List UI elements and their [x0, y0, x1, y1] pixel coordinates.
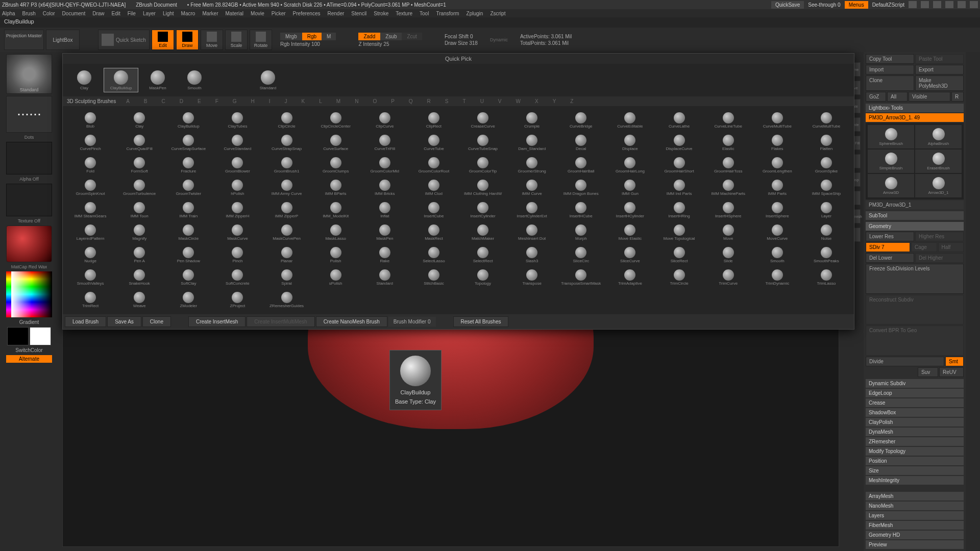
reset-all-brushes-button[interactable]: Reset All Brushes	[453, 316, 509, 327]
tool-SphereBrush[interactable]: SphereBrush	[868, 125, 914, 148]
brush-Slide[interactable]: Slide	[704, 244, 753, 266]
copy-tool-button[interactable]: Copy Tool	[866, 54, 914, 64]
brush-InsertCylnderExt[interactable]: InsertCylnderExt	[507, 199, 556, 221]
freeze-subdiv-button[interactable]: Freeze SubDivision Levels	[866, 264, 964, 294]
brush-CurveTubeSnap[interactable]: CurveTubeSnap	[458, 132, 507, 154]
focal-shift-slider[interactable]: Focal Shift 0	[445, 34, 478, 39]
brush-ClipCurve[interactable]: ClipCurve	[360, 109, 409, 132]
brush-ZModeler[interactable]: ZModeler	[164, 289, 213, 311]
brush-Blob[interactable]: Blob	[66, 109, 115, 132]
brush-Magnify[interactable]: Magnify	[115, 221, 164, 244]
brush-Noise[interactable]: Noise	[802, 221, 851, 244]
menu-brush[interactable]: Brush	[22, 11, 36, 16]
brush-GroomLengthen[interactable]: GroomLengthen	[753, 154, 802, 177]
brush-GroomHairToss[interactable]: GroomHairToss	[704, 154, 753, 177]
brush-hPolish[interactable]: hPolish	[213, 177, 262, 199]
brush-GroomBrush1[interactable]: GroomBrush1	[262, 154, 311, 177]
draw-size-slider[interactable]: Draw Size 318	[445, 40, 478, 46]
menu-render[interactable]: Render	[328, 11, 345, 16]
brush-MeshInsert-Dot[interactable]: MeshInsert Dot	[507, 221, 556, 244]
brush-InsertCylinder[interactable]: InsertCylinder	[458, 199, 507, 221]
brush-MaskCurvePen[interactable]: MaskCurvePen	[262, 221, 311, 244]
clone-button[interactable]: Clone	[866, 76, 914, 91]
panel-nanomesh[interactable]: NanoMesh	[866, 502, 964, 510]
tool-EraserBrush[interactable]: EraserBrush	[915, 149, 962, 173]
swatch-white[interactable]	[30, 327, 51, 345]
del-lower-button[interactable]: Del Lower	[866, 253, 914, 263]
brush-IMM-SteamGears[interactable]: IMM SteamGears	[66, 199, 115, 221]
brush-ZRemesherGuides[interactable]: ZRemesherGuides	[262, 289, 311, 311]
tool-Arrow3D[interactable]: Arrow3D	[868, 174, 914, 197]
alpha-tab-W[interactable]: W	[516, 98, 521, 104]
menu-layer[interactable]: Layer	[143, 11, 156, 16]
brush-SnakeHook[interactable]: SnakeHook	[115, 266, 164, 289]
geo-zremesher[interactable]: ZRemesher	[866, 437, 964, 446]
menu-texture[interactable]: Texture	[396, 11, 412, 16]
half-button[interactable]: Half	[938, 242, 964, 252]
alpha-tab-M[interactable]: M	[336, 98, 340, 104]
divide-button[interactable]: Divide	[866, 357, 944, 366]
load-brush-button[interactable]: Load Brush	[65, 316, 106, 327]
brush-Move[interactable]: Move	[704, 221, 753, 244]
brush-Slash3[interactable]: Slash3	[507, 244, 556, 266]
brush-IMM-Bricks[interactable]: IMM Bricks	[360, 177, 409, 199]
alpha-tab-A[interactable]: A	[126, 98, 130, 104]
brush-Morph[interactable]: Morph	[556, 221, 605, 244]
brush-IMM-Ind-Parts[interactable]: IMM Ind Parts	[655, 177, 704, 199]
brush-CurveMultiTube[interactable]: CurveMultiTube	[753, 109, 802, 132]
m-button[interactable]: M	[322, 33, 336, 40]
brush-GroomTurbulence[interactable]: GroomTurbulence	[115, 177, 164, 199]
menu-movie[interactable]: Movie	[251, 11, 264, 16]
brush-Move-Elastic[interactable]: Move Elastic	[605, 221, 654, 244]
alpha-tab-E[interactable]: E	[198, 98, 201, 104]
dynamic-toggle[interactable]: Dynamic	[490, 37, 508, 42]
brush-IMM-Toon[interactable]: IMM Toon	[115, 199, 164, 221]
swatch-black[interactable]	[7, 327, 29, 345]
brush-IMM-SpaceShip[interactable]: IMM SpaceShip	[802, 177, 851, 199]
geo-position[interactable]: Position	[866, 457, 964, 465]
menu-color[interactable]: Color	[43, 11, 55, 16]
alpha-thumbnail[interactable]	[6, 142, 52, 174]
alpha-tab-T[interactable]: T	[463, 98, 466, 104]
alpha-tab-B[interactable]: B	[144, 98, 148, 104]
brush-TrimCircle[interactable]: TrimCircle	[655, 266, 704, 289]
alpha-tab-L[interactable]: L	[319, 98, 322, 104]
rgb-intensity-slider[interactable]: Rgb Intensity 100	[280, 41, 336, 47]
panel-arraymesh[interactable]: ArrayMesh	[866, 492, 964, 500]
alpha-tab-J[interactable]: J	[285, 98, 287, 104]
brush-Displace[interactable]: Displace	[605, 132, 654, 154]
menu-zscript[interactable]: Zscript	[490, 11, 505, 16]
brush-SliceRect[interactable]: SliceRect	[655, 244, 704, 266]
brush-Weave[interactable]: Weave	[115, 289, 164, 311]
brush-IMM-Parts[interactable]: IMM Parts	[753, 177, 802, 199]
goz-button[interactable]: GoZ	[866, 92, 886, 102]
brush-DisplaceCurve[interactable]: DisplaceCurve	[655, 132, 704, 154]
brush-SliceCirc[interactable]: SliceCirc	[556, 244, 605, 266]
brush-SliceCurve[interactable]: SliceCurve	[605, 244, 654, 266]
quick-pick-Clay[interactable]: Clay	[67, 68, 102, 92]
alpha-tab-X[interactable]: X	[535, 98, 538, 104]
create-insertmultimesh-button[interactable]: Create InsertMultiMesh	[247, 316, 314, 327]
gradient-button[interactable]: Gradient	[19, 319, 39, 325]
brush-TrimLasso[interactable]: TrimLasso	[802, 266, 851, 289]
brush-IMM-Train[interactable]: IMM Train	[164, 199, 213, 221]
material-thumbnail[interactable]	[6, 226, 52, 262]
brush-IMM-ZipperH[interactable]: IMM ZipperH	[213, 199, 262, 221]
brush-InsertHCylinder[interactable]: InsertHCylinder	[605, 199, 654, 221]
brush-InsertHCube[interactable]: InsertHCube	[556, 199, 605, 221]
zsub-button[interactable]: Zsub	[380, 33, 402, 40]
maximize-icon[interactable]	[958, 1, 966, 8]
switchcolor-button[interactable]: SwitchColor	[15, 347, 42, 353]
cage-button[interactable]: Cage	[911, 242, 937, 252]
brush-CreaseCurve[interactable]: CreaseCurve	[458, 109, 507, 132]
del-higher-button[interactable]: Del Higher	[915, 253, 964, 263]
brush-Polish[interactable]: Polish	[311, 244, 360, 266]
default-zscript[interactable]: DefaultZScript	[872, 2, 904, 8]
create-insertmesh-button[interactable]: Create InsertMesh	[188, 316, 246, 327]
create-nanomesh-button[interactable]: Create NanoMesh Brush	[316, 316, 387, 327]
brush-GroomBlower[interactable]: GroomBlower	[213, 154, 262, 177]
quick-pick-Standard[interactable]: Standard	[251, 68, 285, 92]
move-button[interactable]: Move	[201, 30, 223, 50]
brush-CurvePinch[interactable]: CurvePinch	[66, 132, 115, 154]
brush-GroomClumps[interactable]: GroomClumps	[311, 154, 360, 177]
